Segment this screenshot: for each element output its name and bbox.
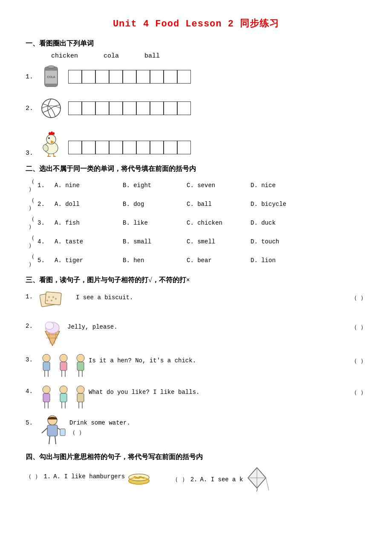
read-sentence-1: I see a biscuit. [76, 289, 343, 301]
svg-rect-40 [77, 362, 84, 370]
svg-rect-18 [45, 292, 61, 305]
mc-1d: D. nice [251, 182, 302, 189]
read-row-5: 5. Drink some water. （ ） [26, 415, 366, 445]
section3: 三、看图，读句子，图片与句子相符的打√，不符的打× 1. I see a bis… [26, 276, 366, 445]
mc-row-1: （ ） 1. A. nine B. eight C. seven D. nice [26, 178, 366, 193]
read-sentence-2: Jelly, please. [67, 318, 343, 330]
svg-line-14 [53, 153, 54, 156]
svg-point-11 [48, 137, 50, 139]
dolls-icon [37, 384, 89, 409]
spell-boxes-1 [68, 70, 191, 84]
svg-line-69 [266, 478, 269, 491]
svg-point-47 [60, 386, 67, 393]
word-hints: chicken cola ball [51, 52, 366, 60]
spell-boxes-2 [68, 101, 191, 115]
word-ball: ball [144, 52, 160, 60]
section4: 四、勾出与图片意思相符的句子，将代号写在前面的括号内 （ ） 1. A. I l… [26, 453, 366, 493]
section3-title: 三、看图，读句子，图片与句子相符的打√，不符的打× [26, 276, 366, 285]
spell-num-2: 2. [26, 105, 38, 112]
sec4-row: （ ） 1. A. I like hamburgers （ ） 2. [26, 466, 366, 493]
word-chicken: chicken [51, 52, 78, 60]
chicks-icon [37, 352, 89, 378]
svg-rect-36 [60, 362, 67, 370]
sec4-item-1: （ ） 1. A. I like hamburgers [26, 466, 151, 487]
svg-rect-32 [43, 362, 50, 370]
svg-point-23 [55, 298, 57, 300]
spell-num-1: 1. [26, 73, 38, 81]
section1-title: 一、看图圈出下列单词 [26, 39, 366, 48]
spelling-row-1: 1. COLA [26, 64, 366, 90]
read-row-4: 4. What do you like? I like balls. （ ） [26, 384, 366, 409]
svg-rect-44 [43, 393, 50, 402]
icecream-icon [37, 318, 67, 346]
mc-row-5: （ ） 5. A. tiger B. hen C. bear D. lion [26, 253, 366, 268]
section2-title: 二、选出不属于同一类的单词，将代号填在前面的括号内 [26, 165, 366, 173]
mc-1a: A. nine [55, 182, 123, 189]
svg-line-13 [48, 153, 49, 156]
read-row-3: 3. Is it a hen? No, it's a c [26, 352, 366, 378]
mc-row-2: （ ） 2. A. doll B. dog C. ball D. bicycle [26, 197, 366, 212]
svg-point-43 [43, 386, 50, 393]
drinking-icon [37, 415, 69, 445]
svg-rect-48 [60, 393, 67, 402]
cola-icon: COLA [38, 64, 64, 90]
svg-point-35 [60, 354, 67, 362]
word-cola: cola [104, 52, 119, 60]
read-sentence-3: Is it a hen? No, it's a chick. [89, 352, 343, 364]
svg-point-21 [51, 300, 52, 301]
mc-1b: B. eight [123, 182, 187, 189]
svg-text:COLA: COLA [47, 75, 55, 78]
svg-line-57 [42, 428, 47, 433]
ball-icon [38, 95, 64, 121]
svg-point-20 [52, 296, 54, 298]
page-title: Unit 4 Food Lesson 2 同步练习 [26, 17, 366, 30]
spelling-row-3: 3. [26, 127, 366, 157]
read-sentence-5: Drink some water. [69, 419, 366, 426]
kite-icon [245, 466, 269, 493]
mc-row-3: （ ） 3. A. fish B. like C. chicken D. duc… [26, 215, 366, 231]
svg-line-60 [49, 436, 50, 444]
crackers-icon [37, 289, 76, 312]
mc-row-4: （ ） 4. A. taste B. small C. smell D. tou… [26, 234, 366, 249]
chick-icon [38, 127, 64, 157]
section4-title: 四、勾出与图片意思相符的句子，将代号写在前面的括号内 [26, 453, 366, 462]
svg-line-61 [55, 436, 56, 444]
svg-rect-56 [47, 425, 58, 436]
sec4-item-2: （ ） 2. A. I see a k [172, 466, 269, 493]
svg-point-39 [77, 354, 84, 362]
mc-1c: C. seven [187, 182, 251, 189]
svg-rect-52 [77, 393, 84, 402]
mc-num-1: 1. [37, 182, 55, 189]
svg-point-6 [48, 66, 55, 68]
section1: 一、看图圈出下列单词 chicken cola ball 1. COLA [26, 39, 366, 157]
section2: 二、选出不属于同一类的单词，将代号填在前面的括号内 （ ） 1. A. nine… [26, 165, 366, 268]
svg-point-22 [46, 300, 48, 301]
spell-num-3: 3. [26, 150, 38, 157]
svg-point-51 [77, 386, 84, 393]
bracket-1: （ ） [26, 178, 37, 193]
read-row-2: 2. Jelly, please. （ ） [26, 318, 366, 346]
spell-boxes-3 [68, 141, 191, 154]
svg-rect-2 [45, 84, 58, 87]
svg-point-19 [48, 296, 50, 298]
svg-point-30 [45, 322, 54, 330]
svg-point-31 [43, 354, 50, 362]
noodles-icon [127, 466, 151, 487]
spelling-row-2: 2. [26, 95, 366, 121]
read-sentence-4: What do you like? I like balls. [89, 384, 343, 396]
read-row-1: 1. I see a biscuit. （ ） [26, 289, 366, 312]
svg-rect-59 [60, 429, 65, 436]
